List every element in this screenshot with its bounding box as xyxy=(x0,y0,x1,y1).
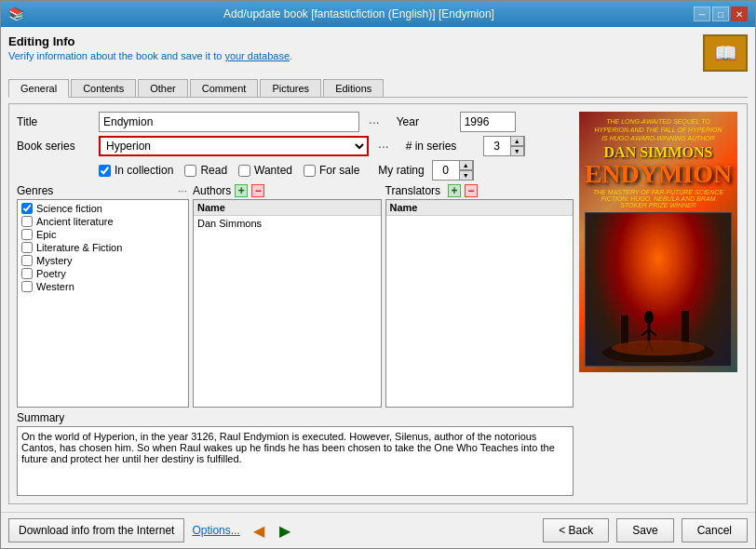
in-collection-checkbox[interactable]: In collection xyxy=(99,164,173,177)
back-button[interactable]: < Back xyxy=(543,518,609,542)
rating-input[interactable] xyxy=(433,164,459,177)
series-row: Book series Hyperion ··· # in series ▲ ▼ xyxy=(17,136,574,156)
tab-content-general: Title ··· Year Book series Hyperion ··· xyxy=(8,103,748,504)
add-author-button[interactable]: + xyxy=(235,184,248,197)
book-cover-image: THE LONG-AWAITED SEQUEL TO HYPERION AND … xyxy=(579,112,737,372)
series-num-input[interactable] xyxy=(484,140,510,153)
genres-label: Genres xyxy=(17,184,53,197)
genre-item: Poetry xyxy=(20,267,186,280)
genres-section: Genres ··· Science fiction Ancient liter… xyxy=(17,184,189,408)
year-input[interactable] xyxy=(460,112,516,132)
rating-down-button[interactable]: ▼ xyxy=(459,170,473,181)
series-select[interactable]: Hyperion xyxy=(99,136,369,156)
series-num-down-button[interactable]: ▼ xyxy=(510,146,524,156)
remove-translator-button[interactable]: − xyxy=(465,184,478,197)
close-button[interactable]: ✕ xyxy=(731,7,748,21)
series-num-spinbox: ▲ ▼ xyxy=(483,136,525,156)
cover-title: ENDYMION xyxy=(585,159,733,189)
window-icon: 📚 xyxy=(8,7,24,21)
form-area: Title ··· Year Book series Hyperion ··· xyxy=(17,112,574,496)
download-button[interactable]: Download info from the Internet xyxy=(8,518,184,542)
cover-scene-svg xyxy=(593,269,723,362)
translators-label: Translators xyxy=(385,184,441,197)
translators-list[interactable]: Name xyxy=(385,199,574,408)
authors-header: Authors + − xyxy=(193,184,382,197)
genre-checkbox-science-fiction[interactable] xyxy=(21,203,33,214)
three-columns: Genres ··· Science fiction Ancient liter… xyxy=(17,184,574,408)
svg-point-3 xyxy=(644,311,654,324)
summary-textarea[interactable]: On the world of Hyperion, in the year 31… xyxy=(17,426,574,496)
translators-section: Translators + − Name xyxy=(385,184,574,408)
tab-bar: General Contents Other Comment Pictures … xyxy=(8,79,748,98)
genre-item: Western xyxy=(20,280,186,293)
minimize-button[interactable]: ─ xyxy=(694,7,710,21)
tab-other[interactable]: Other xyxy=(138,79,188,97)
nav-buttons: ◀ ▶ xyxy=(248,519,296,542)
genre-checkbox-epic[interactable] xyxy=(21,229,33,240)
series-num-up-button[interactable]: ▲ xyxy=(510,136,524,146)
genre-item: Epic xyxy=(20,228,186,241)
series-num-spinbox-buttons: ▲ ▼ xyxy=(510,136,524,156)
genre-item: Science fiction xyxy=(20,202,186,215)
year-label: Year xyxy=(397,115,452,128)
options-link[interactable]: Options... xyxy=(192,524,239,537)
editing-info-title: Editing Info xyxy=(8,34,292,48)
for-sale-checkbox[interactable]: For sale xyxy=(304,164,359,177)
genre-checkbox-literature-fiction[interactable] xyxy=(21,242,33,253)
authors-label: Authors xyxy=(193,184,231,197)
authors-column-header: Name xyxy=(194,200,381,216)
genre-item: Mystery xyxy=(20,254,186,267)
save-button[interactable]: Save xyxy=(616,518,673,542)
summary-label: Summary xyxy=(17,411,574,424)
title-label: Title xyxy=(17,115,91,128)
series-label: Book series xyxy=(17,140,91,153)
book-icon: 📖 xyxy=(703,34,748,72)
main-window: 📚 Add/update book [fantasticfiction (Eng… xyxy=(0,0,756,549)
remove-author-button[interactable]: − xyxy=(251,184,264,197)
rating-up-button[interactable]: ▲ xyxy=(459,160,473,170)
titlebar-controls: ─ □ ✕ xyxy=(694,7,748,21)
tab-editions[interactable]: Editions xyxy=(323,79,384,97)
maximize-button[interactable]: □ xyxy=(712,7,729,21)
cover-subtitle: THE MASTERY OF FAR-FUTURE SCIENCE FICTIO… xyxy=(588,189,728,208)
wanted-checkbox[interactable]: Wanted xyxy=(238,164,292,177)
series-in-label: # in series xyxy=(406,140,476,153)
form-and-cover: Title ··· Year Book series Hyperion ··· xyxy=(17,112,739,496)
rating-label: My rating xyxy=(378,164,424,177)
read-checkbox[interactable]: Read xyxy=(184,164,227,177)
add-translator-button[interactable]: + xyxy=(448,184,461,197)
tab-general[interactable]: General xyxy=(8,79,69,98)
genre-checkbox-poetry[interactable] xyxy=(21,268,33,279)
author-item[interactable]: Dan Simmons xyxy=(194,216,381,231)
svg-point-9 xyxy=(612,341,705,355)
tab-contents[interactable]: Contents xyxy=(71,79,136,97)
book-cover-area: THE LONG-AWAITED SEQUEL TO HYPERION AND … xyxy=(579,112,739,496)
summary-section: Summary On the world of Hyperion, in the… xyxy=(17,411,574,496)
titlebar: 📚 Add/update book [fantasticfiction (Eng… xyxy=(1,1,755,27)
genre-item: Ancient literature xyxy=(20,215,186,228)
checkboxes-row: In collection Read Wanted For sale My ra… xyxy=(17,160,574,181)
rating-spinbox: ▲ ▼ xyxy=(432,160,474,181)
nav-next-button[interactable]: ▶ xyxy=(274,519,296,542)
title-dots-button[interactable]: ··· xyxy=(367,114,382,129)
editing-info-description: Verify information about the book and sa… xyxy=(8,50,292,61)
genres-list[interactable]: Science fiction Ancient literature Epic … xyxy=(17,199,189,408)
genre-checkbox-mystery[interactable] xyxy=(21,255,33,266)
genre-checkbox-ancient-literature[interactable] xyxy=(21,216,33,227)
editing-info-text: Editing Info Verify information about th… xyxy=(8,34,292,61)
cancel-button[interactable]: Cancel xyxy=(682,518,748,542)
cover-top-text: THE LONG-AWAITED SEQUEL TO HYPERION AND … xyxy=(593,117,723,142)
editing-info-header: Editing Info Verify information about th… xyxy=(8,34,748,72)
genres-dots-button[interactable]: ··· xyxy=(176,184,189,197)
authors-list[interactable]: Name Dan Simmons xyxy=(193,199,382,408)
translators-header: Translators + − xyxy=(385,184,574,197)
genre-checkbox-western[interactable] xyxy=(21,281,33,292)
tab-pictures[interactable]: Pictures xyxy=(260,79,321,97)
tab-comment[interactable]: Comment xyxy=(190,79,259,97)
title-input[interactable] xyxy=(99,112,359,132)
series-dots-button[interactable]: ··· xyxy=(376,139,391,154)
nav-prev-button[interactable]: ◀ xyxy=(248,519,270,542)
rating-spinbox-buttons: ▲ ▼ xyxy=(459,160,473,181)
cover-scene xyxy=(585,212,732,367)
window-title: Add/update book [fantasticfiction (Engli… xyxy=(24,7,694,20)
